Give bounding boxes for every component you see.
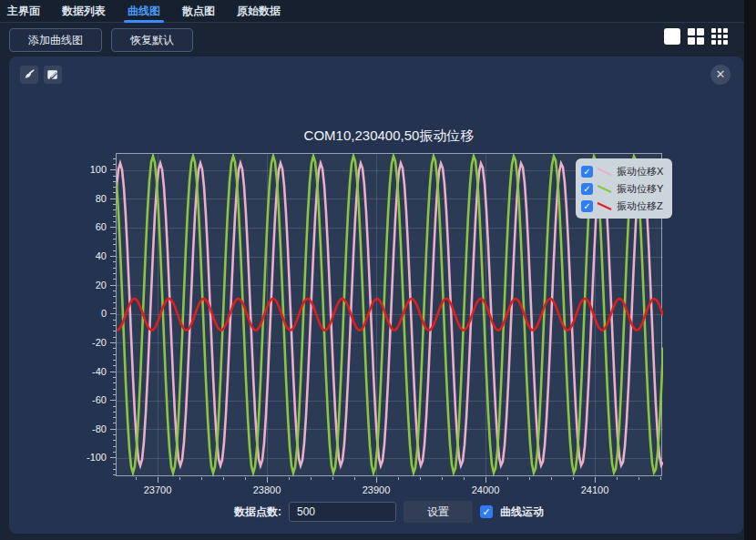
y-major-tick — [110, 256, 116, 257]
y-major-tick — [110, 285, 116, 286]
y-minor-tick — [113, 239, 116, 239]
y-tick-label: 100 — [70, 164, 107, 176]
footer-controls: 数据点数: 设置 ✓ 曲线运动 — [116, 500, 662, 524]
x-minor-tick — [529, 477, 530, 480]
layout-switcher — [664, 28, 728, 45]
y-tick-label: 40 — [70, 250, 107, 262]
y-minor-tick — [113, 464, 116, 464]
y-minor-tick — [113, 394, 116, 395]
y-minor-tick — [113, 417, 116, 418]
legend-line-sample-z — [597, 200, 613, 211]
right-edge-strip — [744, 0, 756, 540]
y-tick-label: 20 — [70, 280, 107, 291]
curve-motion-label: 曲线运动 — [500, 504, 544, 520]
points-count-input[interactable] — [289, 502, 396, 522]
legend-label-x: 振动位移X — [617, 165, 663, 178]
legend-item-y: ✓振动位移Y — [581, 181, 665, 196]
y-minor-tick — [113, 434, 116, 435]
y-minor-tick — [113, 354, 116, 355]
y-tick-label: -80 — [70, 423, 107, 435]
y-minor-tick — [113, 204, 116, 205]
legend-checkbox-z[interactable]: ✓ — [581, 200, 593, 212]
y-minor-tick — [113, 348, 116, 349]
y-major-tick — [110, 429, 116, 430]
y-minor-tick — [113, 406, 116, 407]
y-minor-tick — [113, 216, 116, 217]
clear-brush-icon[interactable] — [20, 66, 38, 84]
chart-panel: ✕ COM10,230400,50振动位移 100806040200-20-40… — [9, 56, 743, 534]
chart-title: COM10,230400,50振动位移 — [116, 127, 662, 145]
layout-1x1-icon[interactable] — [664, 28, 680, 45]
y-minor-tick — [113, 158, 116, 159]
x-major-tick — [267, 477, 268, 483]
tab-curve[interactable]: 曲线图 — [128, 0, 160, 23]
x-minor-tick — [332, 477, 333, 480]
x-tick-label: 24000 — [458, 484, 513, 495]
y-tick-label: 60 — [70, 221, 107, 233]
layout-2x2-icon[interactable] — [688, 28, 704, 45]
y-minor-tick — [113, 290, 116, 291]
y-minor-tick — [113, 273, 116, 274]
y-minor-tick — [113, 302, 116, 303]
edit-note-icon[interactable] — [44, 66, 62, 84]
legend-checkbox-y[interactable]: ✓ — [581, 183, 593, 195]
y-minor-tick — [113, 268, 116, 269]
y-minor-tick — [113, 164, 116, 165]
x-minor-tick — [442, 477, 443, 480]
y-major-tick — [110, 227, 116, 228]
legend-checkbox-x[interactable]: ✓ — [581, 166, 593, 178]
y-major-tick — [110, 342, 116, 343]
y-major-tick — [110, 313, 116, 314]
y-minor-tick — [113, 474, 116, 475]
legend-item-z: ✓振动位移Z — [581, 199, 665, 213]
x-minor-tick — [464, 477, 465, 480]
tab-main[interactable]: 主界面 — [7, 0, 40, 23]
x-minor-tick — [551, 477, 552, 480]
tab-rawdata[interactable]: 原始数据 — [237, 0, 281, 23]
curve-motion-checkbox[interactable]: ✓ — [480, 505, 493, 518]
x-minor-tick — [289, 477, 290, 480]
y-tick-label: -60 — [70, 394, 107, 406]
layout-3x3-icon[interactable] — [711, 28, 728, 45]
add-chart-button[interactable]: 添加曲线图 — [9, 28, 102, 52]
y-minor-tick — [113, 337, 116, 338]
y-major-tick — [110, 457, 116, 458]
y-minor-tick — [113, 261, 116, 262]
x-minor-tick — [420, 477, 421, 480]
x-tick-label: 24100 — [567, 484, 622, 495]
x-minor-tick — [573, 477, 574, 480]
y-minor-tick — [113, 181, 116, 182]
y-minor-tick — [113, 365, 116, 366]
y-minor-tick — [113, 360, 116, 361]
y-tick-label: -100 — [70, 452, 107, 464]
x-major-tick — [595, 477, 596, 483]
tab-datalist[interactable]: 数据列表 — [62, 0, 106, 23]
x-minor-tick — [223, 477, 224, 480]
restore-default-button[interactable]: 恢复默认 — [111, 28, 193, 52]
y-minor-tick — [113, 377, 116, 378]
y-tick-label: -20 — [70, 337, 107, 349]
y-minor-tick — [113, 296, 116, 297]
close-icon[interactable]: ✕ — [710, 65, 730, 85]
y-tick-label: -40 — [70, 366, 107, 378]
y-minor-tick — [113, 389, 116, 390]
y-tick-label: 0 — [70, 308, 107, 320]
x-minor-tick — [201, 477, 202, 480]
x-minor-tick — [136, 477, 137, 480]
legend-label-y: 振动位移Y — [617, 182, 663, 196]
x-minor-tick — [245, 477, 246, 480]
y-major-tick — [110, 169, 116, 170]
legend-line-sample-x — [597, 166, 613, 177]
x-major-tick — [376, 477, 377, 483]
x-minor-tick — [639, 477, 639, 480]
set-button[interactable]: 设置 — [404, 501, 473, 523]
chart-legend: ✓振动位移X✓振动位移Y✓振动位移Z — [576, 158, 672, 219]
x-tick-label: 23900 — [349, 484, 404, 495]
points-count-label: 数据点数: — [234, 504, 281, 520]
x-major-tick — [158, 477, 158, 483]
y-minor-tick — [113, 452, 116, 453]
y-minor-tick — [113, 176, 116, 177]
tab-scatter[interactable]: 散点图 — [182, 0, 215, 23]
tab-bar: 主界面数据列表曲线图散点图原始数据 — [0, 0, 744, 23]
y-major-tick — [110, 199, 116, 199]
